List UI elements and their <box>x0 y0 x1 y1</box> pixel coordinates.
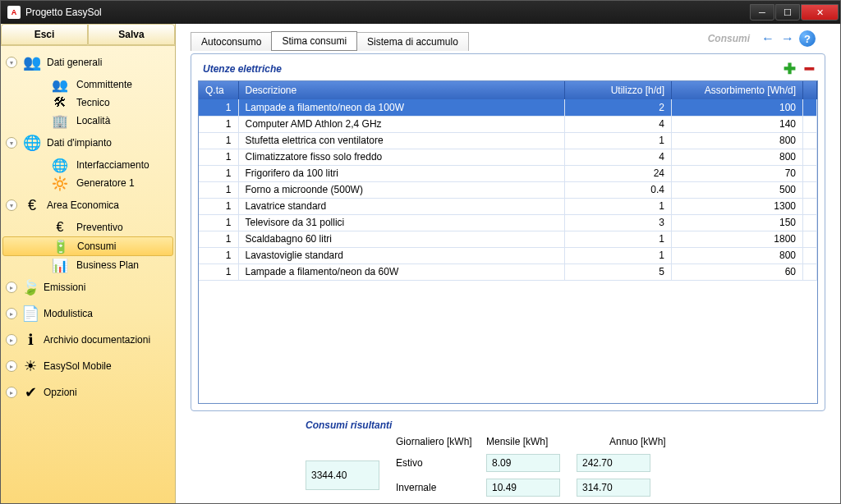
nav-group[interactable]: ▾👥Dati generali <box>2 49 173 76</box>
remove-row-icon[interactable]: ━ <box>800 61 818 77</box>
cell-qta[interactable]: 1 <box>199 214 238 231</box>
table-row[interactable]: 1Forno a microonde (500W)0.4500 <box>199 181 817 198</box>
utenze-table: Q.ta Descrizione Utilizzo [h/d] Assorbim… <box>199 81 817 281</box>
cell-desc[interactable]: Televisore da 31 pollici <box>238 214 565 231</box>
nav-group[interactable]: ▸🍃Emissioni <box>2 274 173 300</box>
cell-util[interactable]: 1 <box>565 198 672 214</box>
table-row[interactable]: 1Stufetta elettrica con ventilatore1800 <box>199 132 817 149</box>
group-label: Opzioni <box>44 387 170 398</box>
col-util[interactable]: Utilizzo [h/d] <box>565 81 672 99</box>
cell-qta[interactable]: 1 <box>199 181 238 198</box>
col-qta[interactable]: Q.ta <box>199 81 238 99</box>
table-row[interactable]: 1Lampade a filamento/neon da 60W560 <box>199 263 817 280</box>
nav-item[interactable]: €Preventivo <box>2 218 173 236</box>
cell-util[interactable]: 5 <box>565 263 672 280</box>
cell-qta[interactable]: 1 <box>199 231 238 247</box>
winter-monthly[interactable]: 314.70 <box>577 479 650 497</box>
cell-qta[interactable]: 1 <box>199 198 238 214</box>
window-close-button[interactable]: ✕ <box>801 4 839 21</box>
table-row[interactable]: 1Frigorifero da 100 litri2470 <box>199 165 817 181</box>
winter-daily[interactable]: 10.49 <box>486 479 560 497</box>
cell-desc[interactable]: Lampade a filamento/neon da 60W <box>238 263 565 280</box>
cell-ass[interactable]: 1800 <box>672 231 803 247</box>
cell-qta[interactable]: 1 <box>199 247 238 263</box>
cell-util[interactable]: 2 <box>565 99 672 116</box>
exit-button[interactable]: Esci <box>1 24 88 45</box>
cell-qta[interactable]: 1 <box>199 132 238 149</box>
nav-item[interactable]: 🛠Tecnico <box>2 94 173 112</box>
nav-group[interactable]: ▸ℹArchivio documentazioni <box>2 327 173 353</box>
cell-util[interactable]: 4 <box>565 116 672 132</box>
cell-desc[interactable]: Climatizzatore fisso solo freddo <box>238 149 565 165</box>
cell-desc[interactable]: Forno a microonde (500W) <box>238 181 565 198</box>
tab[interactable]: Sistema di accumulo <box>356 32 469 51</box>
nav-group[interactable]: ▾🌐Dati d'impianto <box>2 130 173 156</box>
nav-item[interactable]: 👥Committente <box>2 76 173 94</box>
title-bar: A Progetto EasySol ─ ☐ ✕ <box>1 1 840 24</box>
nav-item[interactable]: 🔆Generatore 1 <box>2 174 173 192</box>
cell-qta[interactable]: 1 <box>199 116 238 132</box>
summer-daily[interactable]: 8.09 <box>486 454 560 472</box>
table-row[interactable]: 1Televisore da 31 pollici3150 <box>199 214 817 231</box>
cell-ass[interactable]: 140 <box>672 116 803 132</box>
cell-util[interactable]: 1 <box>565 132 672 149</box>
table-row[interactable]: 1Lampade a filamento/neon da 100W2100 <box>199 99 817 116</box>
col-ass[interactable]: Assorbimento [Wh/d] <box>672 81 803 99</box>
table-row[interactable]: 1Lavatrice standard11300 <box>199 198 817 214</box>
help-icon[interactable]: ? <box>799 30 816 47</box>
cell-desc[interactable]: Frigorifero da 100 litri <box>238 165 565 181</box>
results-section: Consumi risultanti Giornaliero [kWh] Men… <box>191 411 825 497</box>
cell-util[interactable]: 4 <box>565 149 672 165</box>
cell-ass[interactable]: 800 <box>672 132 803 149</box>
cell-ass[interactable]: 70 <box>672 165 803 181</box>
yearly-value[interactable]: 3344.40 <box>306 460 379 490</box>
tab[interactable]: Autoconsumo <box>191 32 272 51</box>
nav-group[interactable]: ▾€Area Economica <box>2 192 173 218</box>
cell-qta[interactable]: 1 <box>199 99 238 116</box>
cell-desc[interactable]: Stufetta elettrica con ventilatore <box>238 132 565 149</box>
tab[interactable]: Stima consumi <box>271 31 357 51</box>
cell-qta[interactable]: 1 <box>199 149 238 165</box>
row-winter-label: Invernale <box>396 482 486 493</box>
cell-ass[interactable]: 500 <box>672 181 803 198</box>
cell-ass[interactable]: 1300 <box>672 198 803 214</box>
nav-group[interactable]: ▸✔Opzioni <box>2 379 173 405</box>
table-row[interactable]: 1Scaldabagno 60 litri11800 <box>199 231 817 247</box>
nav-item[interactable]: 🏢Località <box>2 112 173 130</box>
cell-ass[interactable]: 150 <box>672 214 803 231</box>
cell-ass[interactable]: 100 <box>672 99 803 116</box>
cell-desc[interactable]: Lavatrice standard <box>238 198 565 214</box>
window-minimize-button[interactable]: ─ <box>750 4 774 21</box>
cell-util[interactable]: 24 <box>565 165 672 181</box>
cell-util[interactable]: 1 <box>565 231 672 247</box>
save-button[interactable]: Salva <box>88 24 175 45</box>
cell-desc[interactable]: Computer AMD Athlon 2,4 GHz <box>238 116 565 132</box>
cell-util[interactable]: 1 <box>565 247 672 263</box>
table-row[interactable]: 1Computer AMD Athlon 2,4 GHz4140 <box>199 116 817 132</box>
nav-back-icon[interactable]: ← <box>760 30 776 47</box>
group-icon: 👥 <box>21 53 44 72</box>
table-row[interactable]: 1Lavastoviglie standard1800 <box>199 247 817 263</box>
window-maximize-button[interactable]: ☐ <box>775 4 800 21</box>
nav-item[interactable]: 📊Business Plan <box>2 256 173 274</box>
cell-qta[interactable]: 1 <box>199 263 238 280</box>
nav-item[interactable]: 🔋Consumi <box>2 236 173 256</box>
cell-qta[interactable]: 1 <box>199 165 238 181</box>
add-row-icon[interactable]: ✚ <box>780 61 798 77</box>
cell-desc[interactable]: Lavastoviglie standard <box>238 247 565 263</box>
nav-group[interactable]: ▸📄Modulistica <box>2 300 173 327</box>
cell-util[interactable]: 3 <box>565 214 672 231</box>
cell-ass[interactable]: 60 <box>672 263 803 280</box>
cell-util[interactable]: 0.4 <box>565 181 672 198</box>
nav-item[interactable]: 🌐Interfacciamento <box>2 156 173 174</box>
summer-monthly[interactable]: 242.70 <box>577 454 650 472</box>
cell-ass[interactable]: 800 <box>672 149 803 165</box>
table-scroll[interactable]: Q.ta Descrizione Utilizzo [h/d] Assorbim… <box>198 80 818 404</box>
table-row[interactable]: 1Climatizzatore fisso solo freddo4800 <box>199 149 817 165</box>
nav-group[interactable]: ▸☀EasySol Mobile <box>2 353 173 379</box>
cell-desc[interactable]: Scaldabagno 60 litri <box>238 231 565 247</box>
col-desc[interactable]: Descrizione <box>238 81 565 99</box>
cell-ass[interactable]: 800 <box>672 247 803 263</box>
cell-desc[interactable]: Lampade a filamento/neon da 100W <box>238 99 565 116</box>
nav-forward-icon[interactable]: → <box>779 30 796 47</box>
